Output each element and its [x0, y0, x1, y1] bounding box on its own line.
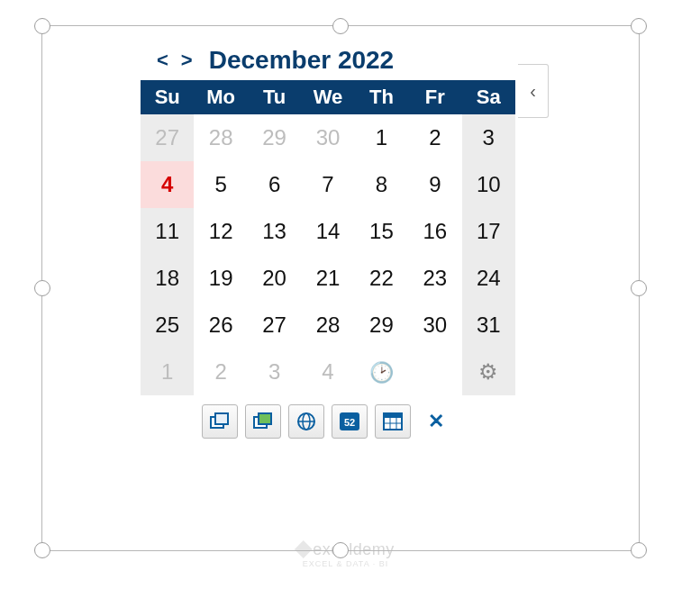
calendar-toolbar: 52✕ [141, 395, 515, 442]
day-cell[interactable]: 16 [408, 208, 461, 255]
calendar-widget: < > December 2022 SuMoTuWeThFrSa 2728293… [141, 42, 515, 442]
day-cell[interactable]: 5 [194, 161, 247, 208]
calendar-grid: 2728293012345678910111213141516171819202… [141, 114, 515, 395]
next-month-button[interactable]: > [181, 49, 193, 72]
calendar-header: < > December 2022 [141, 42, 515, 80]
day-cell[interactable]: 28 [194, 114, 247, 161]
restore-window-button[interactable] [202, 404, 238, 439]
week-row: 1234🕑⚙ [141, 349, 515, 395]
grid-view-icon [383, 412, 403, 430]
day-cell[interactable]: 13 [248, 208, 301, 255]
day-cell[interactable]: 4 [301, 349, 354, 395]
day-cell[interactable]: 20 [248, 255, 301, 302]
dow-th: Th [355, 80, 408, 114]
clock-icon[interactable]: 🕑 [355, 349, 408, 395]
svg-rect-1 [215, 413, 228, 424]
dow-sa: Sa [462, 80, 515, 114]
day-cell[interactable]: 2 [194, 349, 247, 395]
resize-handle-tl[interactable] [34, 18, 50, 34]
resize-handle-ml[interactable] [34, 280, 50, 296]
week-row: 45678910 [141, 161, 515, 208]
resize-handle-br[interactable] [631, 542, 647, 558]
week-row: 27282930123 [141, 114, 515, 161]
day-cell[interactable]: 30 [301, 114, 354, 161]
day-of-week-header: SuMoTuWeThFrSa [141, 80, 515, 114]
day-cell[interactable]: 23 [408, 255, 461, 302]
dow-su: Su [141, 80, 194, 114]
day-cell[interactable]: 22 [355, 255, 408, 302]
cascade-window-button[interactable] [245, 404, 281, 439]
resize-handle-bl[interactable] [34, 542, 50, 558]
day-cell[interactable]: 27 [248, 302, 301, 349]
day-cell[interactable]: 21 [301, 255, 354, 302]
clock-icon[interactable]: 🕑 [369, 361, 394, 384]
day-cell[interactable]: 29 [355, 302, 408, 349]
globe-icon [296, 412, 316, 431]
gear-icon[interactable]: ⚙ [478, 359, 498, 384]
globe-button[interactable] [288, 404, 324, 439]
gear-icon[interactable]: ⚙ [462, 349, 515, 395]
day-cell[interactable]: 12 [194, 208, 247, 255]
dow-tu: Tu [248, 80, 301, 114]
day-cell[interactable]: 18 [141, 255, 194, 302]
month-year-title[interactable]: December 2022 [209, 46, 394, 75]
day-cell[interactable]: 3 [248, 349, 301, 395]
day-cell[interactable]: 26 [194, 302, 247, 349]
dow-mo: Mo [194, 80, 247, 114]
day-cell[interactable]: 25 [141, 302, 194, 349]
dow-fr: Fr [408, 80, 461, 114]
day-cell[interactable]: 9 [408, 161, 461, 208]
day-cell[interactable]: 7 [301, 161, 354, 208]
prev-month-button[interactable]: < [157, 49, 168, 72]
day-cell[interactable]: 31 [462, 302, 515, 349]
dow-we: We [301, 80, 354, 114]
day-cell[interactable]: 1 [141, 349, 194, 395]
week-number-icon: 52 [339, 412, 360, 431]
day-cell[interactable]: 27 [141, 114, 194, 161]
day-cell[interactable]: 2 [408, 114, 461, 161]
day-cell [408, 349, 461, 395]
day-cell[interactable]: 3 [462, 114, 515, 161]
resize-handle-tm[interactable] [332, 18, 349, 34]
day-cell[interactable]: 11 [141, 208, 194, 255]
day-cell[interactable]: 24 [462, 255, 515, 302]
day-cell[interactable]: 17 [462, 208, 515, 255]
close-button[interactable]: ✕ [418, 404, 454, 439]
grid-view-button[interactable] [375, 404, 411, 439]
day-cell[interactable]: 19 [194, 255, 247, 302]
day-cell[interactable]: 8 [355, 161, 408, 208]
day-cell[interactable]: 1 [355, 114, 408, 161]
day-cell[interactable]: 29 [248, 114, 301, 161]
day-cell[interactable]: 10 [462, 161, 515, 208]
svg-rect-10 [384, 413, 402, 418]
week-row: 25262728293031 [141, 302, 515, 349]
resize-handle-tr[interactable] [631, 18, 647, 34]
resize-handle-mr[interactable] [631, 280, 647, 296]
week-number-button[interactable]: 52 [332, 404, 368, 439]
day-cell[interactable]: 30 [408, 302, 461, 349]
resize-handle-bm[interactable] [332, 542, 349, 558]
week-row: 11121314151617 [141, 208, 515, 255]
svg-text:52: 52 [344, 417, 355, 428]
svg-rect-3 [259, 413, 271, 424]
cascade-window-icon [253, 412, 273, 430]
week-row: 18192021222324 [141, 255, 515, 302]
restore-window-icon [210, 412, 230, 430]
day-cell[interactable]: 15 [355, 208, 408, 255]
day-cell[interactable]: 4 [141, 161, 194, 208]
day-cell[interactable]: 14 [301, 208, 354, 255]
day-cell[interactable]: 6 [248, 161, 301, 208]
day-cell[interactable]: 28 [301, 302, 354, 349]
